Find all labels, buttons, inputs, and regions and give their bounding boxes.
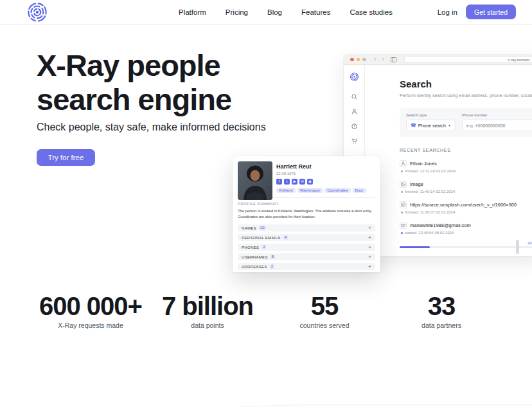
browser-url-bar: x-ray.contact: [404, 56, 532, 63]
stat-label: countries served: [266, 321, 383, 329]
search-icon: [351, 94, 357, 100]
phone-icon: ☎: [411, 123, 416, 128]
recent-search-item: Image finished 11:40:14 02.02.2024: [400, 181, 532, 194]
try-for-free-button[interactable]: Try for free: [37, 149, 95, 166]
nav-link-pricing[interactable]: Pricing: [226, 8, 248, 16]
hero-subtitle: Check people, stay safe, make informed d…: [37, 122, 266, 133]
email-icon[interactable]: ✉: [299, 179, 305, 185]
tag-chip: Washington: [297, 188, 323, 193]
stat-value: 7 billion: [149, 291, 266, 321]
accordion-row-names[interactable]: NAMES10 +: [238, 224, 375, 231]
stat-value: 600 000+: [32, 291, 149, 321]
image-icon: [400, 181, 407, 188]
stat-label: data partners: [383, 321, 500, 329]
count-badge: 10: [259, 226, 266, 230]
mockup-page-description: Perform identity search using email addr…: [400, 93, 532, 98]
nav-link-platform[interactable]: Platform: [179, 8, 206, 16]
profile-summary-heading: PROFILE SUMMARY: [238, 202, 375, 206]
status-dot: [401, 232, 403, 234]
stat-requests: 600 000+ X-Ray requests made: [32, 291, 149, 329]
stat-partners: 33 data partners: [383, 291, 500, 329]
search-progress: 20%: [400, 241, 532, 248]
nav-links: Platform Pricing Blog Features Case stud…: [179, 0, 393, 24]
recent-search-title: mariawhite1988@gmail.com: [410, 222, 471, 228]
scrollbar-thumb: [516, 240, 519, 254]
hero-title: X-Ray peoplesearch engine: [37, 48, 231, 116]
facebook-icon[interactable]: f: [276, 179, 282, 185]
expand-plus-icon: +: [368, 235, 371, 240]
stat-value: 33: [383, 291, 500, 321]
image-icon: [400, 201, 407, 208]
recent-search-item: mariawhite1988@gmail.com started 22:40:5…: [400, 222, 532, 235]
profile-name: Harriett Reut: [276, 163, 375, 170]
stats-section: 600 000+ X-Ray requests made 7 billion d…: [32, 291, 500, 329]
top-nav: Platform Pricing Blog Features Case stud…: [0, 0, 532, 25]
stat-label: X-Ray requests made: [32, 321, 149, 329]
recent-search-status: finished 12:31:24 03.02.2024: [401, 169, 532, 173]
accordion-row-usernames[interactable]: USERNAMES8 +: [238, 253, 375, 260]
recent-search-item: https://source.unsplash.com/user/c_v_r/1…: [400, 201, 532, 214]
app-logo-icon: [350, 72, 359, 82]
profile-result-card: Harriett Reut 22.08.1975 f t ▶ ✉ ◉ Kirkl…: [233, 156, 380, 272]
search-type-field: Search type ☎ Phone search ▼: [406, 113, 456, 131]
twitter-icon[interactable]: t: [284, 179, 290, 185]
mail-icon: [400, 222, 407, 229]
phone-number-input: [466, 123, 532, 128]
nav-link-blog[interactable]: Blog: [267, 8, 282, 16]
recent-search-status: started 22:40:54 08.02.2024: [401, 231, 532, 235]
expand-plus-icon: +: [368, 226, 371, 231]
nav-link-case-studies[interactable]: Case studies: [350, 8, 392, 16]
recent-searches-heading: RECENT SEARCHES: [400, 148, 532, 152]
progress-percent-label: 20%: [400, 241, 532, 245]
recent-search-title: Ethan Jones: [410, 161, 437, 167]
count-badge: 4: [283, 235, 288, 240]
stat-label: data points: [149, 321, 266, 329]
sidebar-toggle-icon: [391, 57, 396, 62]
count-badge: 8: [270, 255, 275, 259]
minimize-window-dot: [357, 58, 360, 62]
login-link[interactable]: Log in: [438, 0, 457, 24]
instagram-icon[interactable]: ◉: [307, 179, 313, 185]
phone-number-input-box: [462, 120, 532, 131]
browser-chrome: ‹ › x-ray.contact: [344, 55, 532, 65]
nav-link-features[interactable]: Features: [301, 8, 330, 16]
tag-chip: Door: [353, 188, 366, 193]
count-badge: 2: [270, 264, 274, 269]
stat-value: 55: [266, 291, 383, 321]
status-dot: [401, 170, 403, 172]
profile-photo: [238, 161, 272, 200]
get-started-button[interactable]: Get started: [466, 5, 516, 19]
profile-social-links: f t ▶ ✉ ◉: [276, 179, 375, 185]
progress-track: [400, 246, 532, 248]
history-clock-icon: [351, 123, 357, 129]
mockup-page-title: Search: [400, 78, 532, 89]
profile-birth-date: 22.08.1975: [276, 172, 375, 176]
browser-url-text: x-ray.contact: [508, 58, 529, 62]
recent-search-item: Ethan Jones finished 12:31:24 03.02.2024: [400, 160, 532, 173]
status-dot: [401, 191, 403, 193]
phone-number-field: Phone number: [462, 113, 532, 131]
accordion-row-personal-emails[interactable]: PERSONAL EMAILS4 +: [238, 234, 375, 241]
search-type-dropdown: ☎ Phone search ▼: [406, 120, 456, 131]
stat-data-points: 7 billion data points: [149, 291, 266, 329]
stat-countries: 55 countries served: [266, 291, 383, 329]
expand-plus-icon: +: [368, 245, 371, 250]
back-arrow-icon: ‹: [375, 57, 377, 62]
youtube-icon[interactable]: ▶: [292, 179, 297, 185]
chevron-down-icon: ▼: [448, 123, 451, 127]
next-section-curve: [93, 404, 532, 407]
profile-tags: Kirkland Washington Coordinates Door: [276, 188, 375, 193]
expand-plus-icon: +: [368, 264, 371, 269]
brand-logo-icon[interactable]: [26, 1, 48, 23]
close-window-dot: [350, 58, 354, 62]
zoom-window-dot: [362, 58, 366, 62]
profile-sections: NAMES10 + PERSONAL EMAILS4 + PHONES2 + U…: [238, 224, 375, 270]
accordion-row-addresses[interactable]: ADDRESSES2 +: [238, 263, 375, 270]
recent-search-status: finished 11:36:07 02.02.2024: [401, 210, 532, 214]
search-type-label: Search type: [406, 113, 456, 117]
tag-chip: Kirkland: [276, 188, 296, 193]
mockup-main: Search Perform identity search using ema…: [365, 65, 532, 255]
cart-icon: [351, 138, 357, 144]
accordion-row-phones[interactable]: PHONES2 +: [238, 244, 375, 251]
tag-chip: Coordinates: [324, 188, 350, 193]
